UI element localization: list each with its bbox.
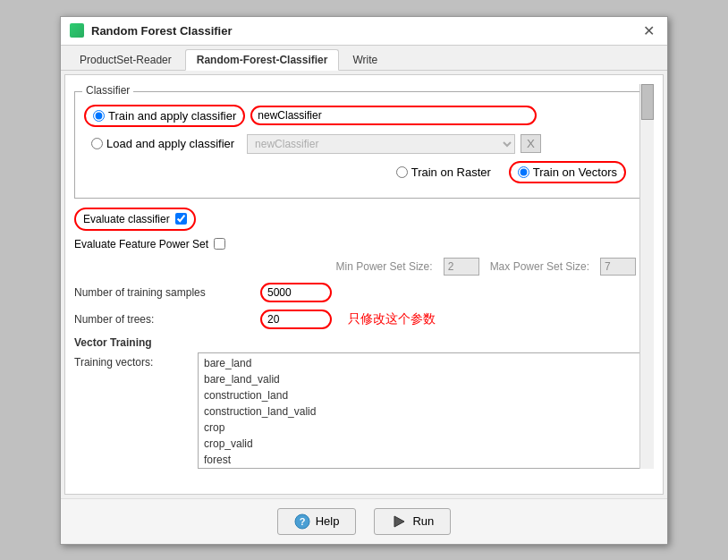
trees-label: Number of trees: — [74, 313, 253, 326]
training-samples-row: Number of training samples — [74, 283, 654, 302]
run-button[interactable]: Run — [374, 508, 451, 535]
evaluate-feature-power-set-row: Evaluate Feature Power Set — [74, 238, 654, 250]
min-power-set-label: Min Power Set Size: — [336, 260, 433, 273]
svg-text:?: ? — [299, 516, 305, 527]
training-vectors-listbox-wrapper: bare_land bare_land_valid construction_l… — [198, 352, 654, 469]
run-icon — [391, 513, 407, 530]
help-button[interactable]: ? Help — [277, 508, 357, 535]
list-item[interactable]: bare_land — [200, 355, 639, 371]
run-label: Run — [412, 514, 434, 528]
list-item[interactable]: crop — [200, 420, 639, 436]
train-apply-row: Train and apply classifier — [84, 105, 644, 127]
window-title: Random Forest Classifier — [91, 24, 233, 38]
min-power-set-input[interactable] — [444, 258, 479, 276]
tab-product-set-reader[interactable]: ProductSet-Reader — [68, 49, 183, 70]
load-apply-radio[interactable] — [91, 138, 103, 149]
evaluate-classifier-label-row[interactable]: Evaluate classifier — [83, 213, 187, 225]
train-on-vectors-label: Train on Vectors — [533, 165, 617, 179]
main-content: Classifier Train and apply classifier Lo… — [64, 74, 664, 495]
content-scrollbar-thumb[interactable] — [641, 84, 654, 120]
evaluate-classifier-row: Evaluate classifier — [74, 208, 196, 231]
training-vectors-listbox[interactable]: bare_land bare_land_valid construction_l… — [198, 352, 654, 469]
train-apply-radio[interactable] — [93, 110, 105, 122]
trees-input[interactable] — [260, 310, 332, 329]
load-apply-label: Load and apply classifier — [106, 137, 234, 150]
classifier-section: Classifier Train and apply classifier Lo… — [74, 91, 654, 199]
help-icon: ? — [294, 513, 310, 530]
title-bar: Random Forest Classifier ✕ — [61, 17, 667, 46]
footer: ? Help Run — [61, 498, 667, 544]
evaluate-feature-power-set-label: Evaluate Feature Power Set — [74, 238, 208, 250]
evaluate-classifier-checkbox[interactable] — [175, 213, 187, 225]
list-item[interactable]: construction_land_valid — [200, 403, 639, 420]
vector-training-row: Training vectors: bare_land bare_land_va… — [74, 352, 654, 469]
train-apply-label: Train and apply classifier — [108, 109, 236, 123]
help-label: Help — [316, 514, 340, 528]
train-on-vectors-radio[interactable] — [518, 166, 529, 178]
training-mode-row: Train on Raster Train on Vectors — [84, 161, 644, 183]
max-power-set-input[interactable] — [600, 258, 636, 276]
load-apply-radio-option[interactable]: Load and apply classifier — [84, 134, 241, 153]
power-set-row: Min Power Set Size: Max Power Set Size: — [74, 258, 654, 276]
vector-training-section: Vector Training Training vectors: bare_l… — [74, 336, 654, 469]
list-item[interactable]: construction_land — [200, 387, 639, 403]
load-apply-select[interactable]: newClassifier — [247, 134, 515, 154]
train-apply-radio-option[interactable]: Train and apply classifier — [84, 105, 245, 127]
max-power-set-label: Max Power Set Size: — [490, 260, 589, 273]
list-item[interactable]: crop_valid — [200, 436, 639, 452]
vector-training-section-label: Vector Training — [74, 336, 654, 349]
train-on-vectors-option[interactable]: Train on Vectors — [509, 161, 626, 183]
content-inner: Classifier Train and apply classifier Lo… — [74, 84, 654, 469]
train-on-raster-option[interactable]: Train on Raster — [396, 165, 491, 179]
training-samples-input[interactable] — [260, 283, 332, 302]
tab-bar: ProductSet-Reader Random-Forest-Classifi… — [61, 46, 667, 71]
evaluate-feature-power-set-checkbox[interactable] — [214, 238, 225, 250]
main-window: Random Forest Classifier ✕ ProductSet-Re… — [60, 16, 668, 545]
classifier-section-label: Classifier — [82, 84, 133, 97]
content-scrollbar[interactable] — [639, 84, 654, 469]
list-item[interactable]: forest — [200, 452, 639, 468]
app-icon — [70, 23, 84, 38]
load-apply-clear-btn[interactable]: X — [521, 134, 541, 153]
train-on-raster-radio[interactable] — [396, 166, 408, 178]
tab-write[interactable]: Write — [341, 49, 389, 70]
title-bar-left: Random Forest Classifier — [70, 23, 233, 38]
tab-random-forest-classifier[interactable]: Random-Forest-Classifier — [185, 49, 340, 71]
train-apply-input[interactable] — [250, 106, 537, 125]
evaluate-feature-power-set-label-row[interactable]: Evaluate Feature Power Set — [74, 238, 225, 250]
train-on-raster-label: Train on Raster — [411, 165, 491, 179]
training-vectors-label: Training vectors: — [74, 352, 190, 369]
svg-marker-2 — [394, 516, 404, 527]
evaluate-classifier-label: Evaluate classifier — [83, 213, 170, 225]
trees-annotation: 只修改这个参数 — [348, 311, 436, 327]
load-apply-row: Load and apply classifier newClassifier … — [84, 134, 644, 154]
close-button[interactable]: ✕ — [639, 22, 658, 39]
training-samples-label: Number of training samples — [74, 286, 253, 299]
trees-row: Number of trees: 只修改这个参数 — [74, 310, 654, 329]
list-item[interactable]: bare_land_valid — [200, 371, 639, 387]
